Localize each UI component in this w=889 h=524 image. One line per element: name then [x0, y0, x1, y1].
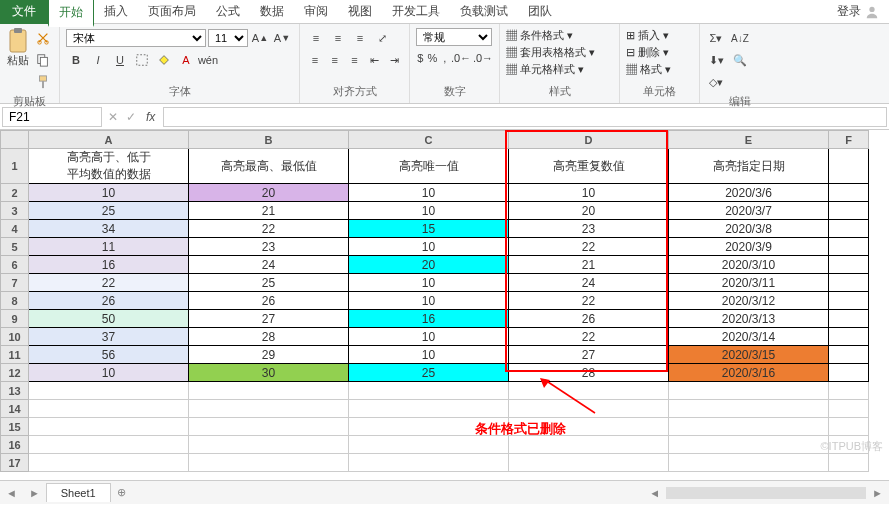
fill-color-button[interactable] [154, 50, 174, 70]
header-cell-A[interactable]: 高亮高于、低于平均数值的数据 [29, 149, 189, 184]
cell-F3[interactable] [829, 202, 869, 220]
row-header-16[interactable]: 16 [1, 436, 29, 454]
column-header-F[interactable]: F [829, 131, 869, 149]
row-header-9[interactable]: 9 [1, 310, 29, 328]
cell-B4[interactable]: 22 [189, 220, 349, 238]
tab-dev[interactable]: 开发工具 [382, 0, 450, 24]
column-header-B[interactable]: B [189, 131, 349, 149]
cell-B12[interactable]: 30 [189, 364, 349, 382]
cell-E17[interactable] [669, 454, 829, 472]
autosum-button[interactable]: Σ▾ [706, 28, 726, 48]
cell-A16[interactable] [29, 436, 189, 454]
cell-F2[interactable] [829, 184, 869, 202]
cell-F12[interactable] [829, 364, 869, 382]
cell-D14[interactable] [509, 400, 669, 418]
align-left-button[interactable]: ≡ [306, 50, 324, 70]
cell-D11[interactable]: 27 [509, 346, 669, 364]
cell-D13[interactable] [509, 382, 669, 400]
cell-A17[interactable] [29, 454, 189, 472]
cell-C13[interactable] [349, 382, 509, 400]
scroll-left[interactable]: ◄ [643, 487, 666, 499]
cell-A14[interactable] [29, 400, 189, 418]
clear-button[interactable]: ◇▾ [706, 72, 726, 92]
indent-decrease-button[interactable]: ⇤ [365, 50, 383, 70]
fx-cancel-icon[interactable]: ✕ [104, 110, 122, 124]
row-header-4[interactable]: 4 [1, 220, 29, 238]
cell-D12[interactable]: 28 [509, 364, 669, 382]
align-center-button[interactable]: ≡ [326, 50, 344, 70]
sheet-tab[interactable]: Sheet1 [46, 483, 111, 502]
format-cells-button[interactable]: ▦ 格式 ▾ [626, 62, 693, 77]
delete-cells-button[interactable]: ⊟ 删除 ▾ [626, 45, 693, 60]
cell-D10[interactable]: 22 [509, 328, 669, 346]
cell-A4[interactable]: 34 [29, 220, 189, 238]
cell-D7[interactable]: 24 [509, 274, 669, 292]
row-header-2[interactable]: 2 [1, 184, 29, 202]
format-painter-button[interactable] [33, 72, 53, 92]
cell-F5[interactable] [829, 238, 869, 256]
login-button[interactable]: 登录 [827, 0, 889, 24]
cell-A11[interactable]: 56 [29, 346, 189, 364]
cell-E2[interactable]: 2020/3/6 [669, 184, 829, 202]
cell-A2[interactable]: 10 [29, 184, 189, 202]
column-header-D[interactable]: D [509, 131, 669, 149]
align-right-button[interactable]: ≡ [346, 50, 364, 70]
cell-F15[interactable] [829, 418, 869, 436]
bold-button[interactable]: B [66, 50, 86, 70]
align-top-button[interactable]: ≡ [306, 28, 326, 48]
cell-B5[interactable]: 23 [189, 238, 349, 256]
sheet-nav-prev[interactable]: ◄ [0, 487, 23, 499]
formula-input[interactable] [163, 107, 887, 127]
cell-B10[interactable]: 28 [189, 328, 349, 346]
cell-F4[interactable] [829, 220, 869, 238]
row-header-3[interactable]: 3 [1, 202, 29, 220]
fill-button[interactable]: ⬇▾ [706, 50, 726, 70]
header-cell-B[interactable]: 高亮最高、最低值 [189, 149, 349, 184]
column-header-A[interactable]: A [29, 131, 189, 149]
sort-filter-button[interactable]: A↓Z [730, 28, 750, 48]
orientation-button[interactable]: ⤢ [372, 28, 392, 48]
underline-button[interactable]: U [110, 50, 130, 70]
cell-D17[interactable] [509, 454, 669, 472]
row-header-14[interactable]: 14 [1, 400, 29, 418]
cell-A13[interactable] [29, 382, 189, 400]
font-name-select[interactable]: 宋体 [66, 29, 206, 47]
cell-E9[interactable]: 2020/3/13 [669, 310, 829, 328]
cell-C9[interactable]: 16 [349, 310, 509, 328]
border-button[interactable] [132, 50, 152, 70]
cell-E4[interactable]: 2020/3/8 [669, 220, 829, 238]
cell-A9[interactable]: 50 [29, 310, 189, 328]
decrease-decimal-button[interactable]: .0→ [473, 48, 493, 68]
cell-E8[interactable]: 2020/3/12 [669, 292, 829, 310]
cell-E16[interactable] [669, 436, 829, 454]
row-header-15[interactable]: 15 [1, 418, 29, 436]
cell-C14[interactable] [349, 400, 509, 418]
header-cell-C[interactable]: 高亮唯一值 [349, 149, 509, 184]
select-all-corner[interactable] [1, 131, 29, 149]
cell-C11[interactable]: 10 [349, 346, 509, 364]
fx-accept-icon[interactable]: ✓ [122, 110, 140, 124]
row-header-6[interactable]: 6 [1, 256, 29, 274]
cell-A8[interactable]: 26 [29, 292, 189, 310]
tab-page-layout[interactable]: 页面布局 [138, 0, 206, 24]
cell-C12[interactable]: 25 [349, 364, 509, 382]
align-bottom-button[interactable]: ≡ [350, 28, 370, 48]
cell-E13[interactable] [669, 382, 829, 400]
new-sheet-button[interactable]: ⊕ [111, 486, 132, 499]
cell-C17[interactable] [349, 454, 509, 472]
tab-review[interactable]: 审阅 [294, 0, 338, 24]
name-box[interactable] [2, 107, 102, 127]
row-header-11[interactable]: 11 [1, 346, 29, 364]
row-header-12[interactable]: 12 [1, 364, 29, 382]
cell-C10[interactable]: 10 [349, 328, 509, 346]
paste-button[interactable]: 粘贴 [6, 28, 29, 68]
cell-F13[interactable] [829, 382, 869, 400]
cell-E6[interactable]: 2020/3/10 [669, 256, 829, 274]
cell-B13[interactable] [189, 382, 349, 400]
cell-styles-button[interactable]: ▦ 单元格样式 ▾ [506, 62, 613, 77]
cell-F11[interactable] [829, 346, 869, 364]
cell-F8[interactable] [829, 292, 869, 310]
cell-D9[interactable]: 26 [509, 310, 669, 328]
cell-C6[interactable]: 20 [349, 256, 509, 274]
comma-button[interactable]: , [440, 48, 449, 68]
